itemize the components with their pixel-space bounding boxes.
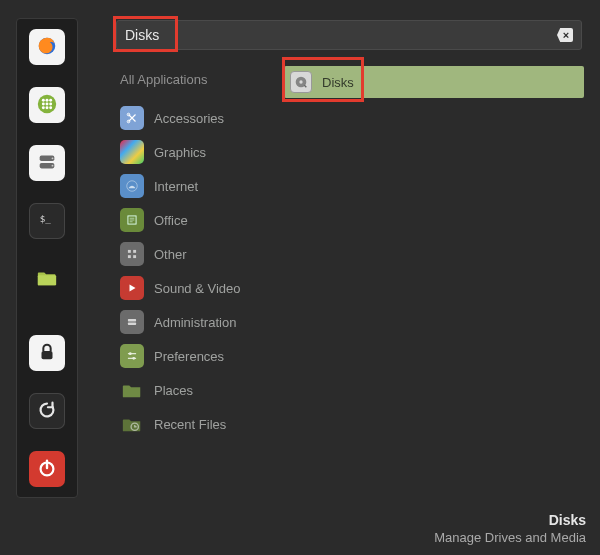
sidebar-lock[interactable] [29, 335, 65, 371]
category-other[interactable]: Other [116, 237, 284, 271]
svg-point-9 [46, 106, 49, 109]
svg-point-13 [52, 157, 54, 159]
prefs-icon [120, 344, 144, 368]
category-label: Accessories [154, 111, 224, 126]
sidebar-refresh[interactable] [29, 393, 65, 429]
sidebar-terminal[interactable]: $_ [29, 203, 65, 239]
media-icon [120, 276, 144, 300]
svg-point-3 [46, 98, 49, 101]
category-recent-files[interactable]: Recent Files [116, 407, 284, 441]
category-office[interactable]: Office [116, 203, 284, 237]
category-label: Preferences [154, 349, 224, 364]
sidebar-disks[interactable] [29, 145, 65, 181]
lock-icon [36, 341, 58, 366]
category-accessories[interactable]: Accessories [116, 101, 284, 135]
svg-text:$_: $_ [40, 212, 52, 223]
category-label: Sound & Video [154, 281, 241, 296]
admin-icon [120, 310, 144, 334]
category-sound-video[interactable]: Sound & Video [116, 271, 284, 305]
sidebar-firefox[interactable] [29, 29, 65, 65]
scissors-icon [120, 106, 144, 130]
category-administration[interactable]: Administration [116, 305, 284, 339]
graphics-icon [120, 140, 144, 164]
svg-point-2 [42, 98, 45, 101]
menu-main: Disks All Applications Accessories Graph… [116, 20, 584, 441]
category-list: All Applications Accessories Graphics In… [116, 66, 284, 441]
svg-point-39 [299, 80, 302, 83]
result-disks[interactable]: Disks [284, 66, 584, 98]
svg-rect-16 [38, 275, 56, 285]
svg-point-14 [52, 164, 54, 166]
recent-icon [120, 412, 144, 436]
internet-icon [120, 174, 144, 198]
result-label: Disks [322, 75, 354, 90]
category-preferences[interactable]: Preferences [116, 339, 284, 373]
svg-point-10 [49, 106, 52, 109]
svg-point-35 [129, 352, 132, 355]
sidebar-power[interactable] [29, 451, 65, 487]
category-label: Other [154, 247, 187, 262]
clear-search-icon[interactable] [557, 28, 573, 42]
category-label: Administration [154, 315, 236, 330]
category-internet[interactable]: Internet [116, 169, 284, 203]
svg-point-8 [42, 106, 45, 109]
svg-point-5 [42, 102, 45, 105]
category-places[interactable]: Places [116, 373, 284, 407]
svg-point-7 [49, 102, 52, 105]
svg-rect-31 [128, 319, 136, 321]
disk-utility-icon [290, 71, 312, 93]
places-icon [120, 378, 144, 402]
sidebar-files[interactable] [29, 261, 65, 297]
footer-title: Disks [434, 512, 586, 528]
search-input[interactable]: Disks [116, 20, 582, 50]
terminal-icon: $_ [36, 209, 58, 234]
favorites-sidebar: $_ [16, 18, 78, 498]
svg-point-6 [46, 102, 49, 105]
office-icon [120, 208, 144, 232]
svg-rect-29 [128, 255, 131, 258]
disks-icon [36, 151, 58, 176]
category-label: Graphics [154, 145, 206, 160]
category-label: Internet [154, 179, 198, 194]
sidebar-apps[interactable] [29, 87, 65, 123]
footer-description: Manage Drives and Media [434, 530, 586, 545]
svg-point-36 [132, 357, 135, 360]
apps-grid-icon [36, 93, 58, 118]
category-header[interactable]: All Applications [116, 66, 284, 101]
svg-rect-27 [128, 250, 131, 253]
svg-point-4 [49, 98, 52, 101]
results-pane: Disks [284, 66, 584, 441]
power-icon [36, 457, 58, 482]
category-graphics[interactable]: Graphics [116, 135, 284, 169]
svg-rect-17 [42, 351, 53, 359]
category-label: Places [154, 383, 193, 398]
other-icon [120, 242, 144, 266]
files-icon [36, 267, 58, 292]
category-label: Office [154, 213, 188, 228]
category-label: Recent Files [154, 417, 226, 432]
refresh-icon [36, 399, 58, 424]
firefox-icon [36, 35, 58, 60]
svg-rect-30 [133, 255, 136, 258]
svg-rect-32 [128, 323, 136, 325]
svg-rect-28 [133, 250, 136, 253]
search-value: Disks [125, 27, 557, 43]
item-description: Disks Manage Drives and Media [434, 512, 586, 545]
